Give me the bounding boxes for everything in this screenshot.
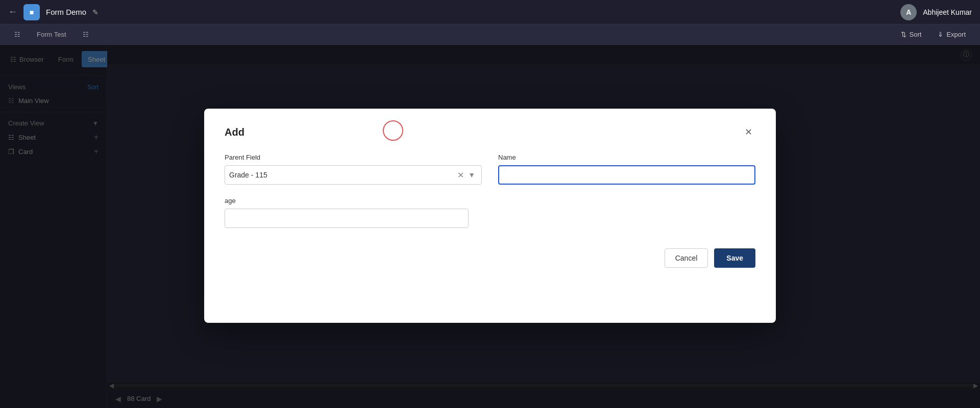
tab-grid-icon2: ☷ — [77, 27, 95, 43]
age-input[interactable] — [225, 209, 469, 228]
modal-row-1: Parent Field Grade - 115 ✕ ▼ Name — [225, 154, 755, 185]
parent-field-select[interactable]: Grade - 115 ✕ ▼ — [225, 165, 482, 185]
name-field-label: Name — [498, 154, 755, 161]
export-button[interactable]: ⇓ Export — [932, 27, 972, 42]
cancel-button[interactable]: Cancel — [665, 248, 708, 268]
modal-header: Add ✕ — [225, 125, 755, 139]
second-toolbar: ☷ Form Test ☷ ⇅ Sort ⇓ Export — [0, 24, 980, 45]
export-icon: ⇓ — [938, 31, 943, 38]
back-icon[interactable]: ← — [8, 7, 17, 17]
sort-button[interactable]: ⇅ Sort — [895, 27, 928, 42]
modal-row-2: age — [225, 197, 755, 228]
form-test-label: Form Test — [37, 31, 66, 38]
name-field-container: Name — [498, 154, 755, 185]
main-layout: ☷ Browser Form Sheet Views Sort ☷ Main V… — [0, 45, 980, 408]
top-nav: ← ■ Form Demo ✎ A Abhijeet Kumar — [0, 0, 980, 24]
grid-icon: ☷ — [14, 31, 20, 38]
user-name: Abhijeet Kumar — [923, 8, 972, 16]
parent-field-value: Grade - 115 — [229, 171, 455, 179]
parent-field-label: Parent Field — [225, 154, 482, 161]
modal-body: Parent Field Grade - 115 ✕ ▼ Name age — [225, 154, 755, 228]
app-logo: ■ — [23, 4, 40, 20]
parent-field-clear-icon[interactable]: ✕ — [455, 170, 466, 180]
name-input[interactable] — [498, 165, 755, 185]
modal-footer: Cancel Save — [225, 248, 755, 268]
age-field-label: age — [225, 197, 469, 205]
age-field-container: age — [225, 197, 469, 228]
tab-form-test[interactable]: Form Test — [31, 27, 72, 43]
tab-grid-icon: ☷ — [8, 27, 27, 43]
app-title: Form Demo — [46, 8, 86, 16]
modal-close-button[interactable]: ✕ — [741, 125, 755, 139]
edit-icon[interactable]: ✎ — [92, 8, 99, 16]
modal-title: Add — [225, 126, 244, 138]
add-modal: Add ✕ Parent Field Grade - 115 ✕ ▼ Name — [204, 109, 776, 323]
grid-icon2: ☷ — [83, 31, 89, 38]
parent-field-container: Parent Field Grade - 115 ✕ ▼ — [225, 154, 482, 185]
parent-field-chevron-icon[interactable]: ▼ — [466, 171, 477, 179]
sort-icon: ⇅ — [901, 31, 906, 38]
user-avatar[interactable]: A — [900, 4, 917, 20]
save-button[interactable]: Save — [714, 248, 755, 268]
